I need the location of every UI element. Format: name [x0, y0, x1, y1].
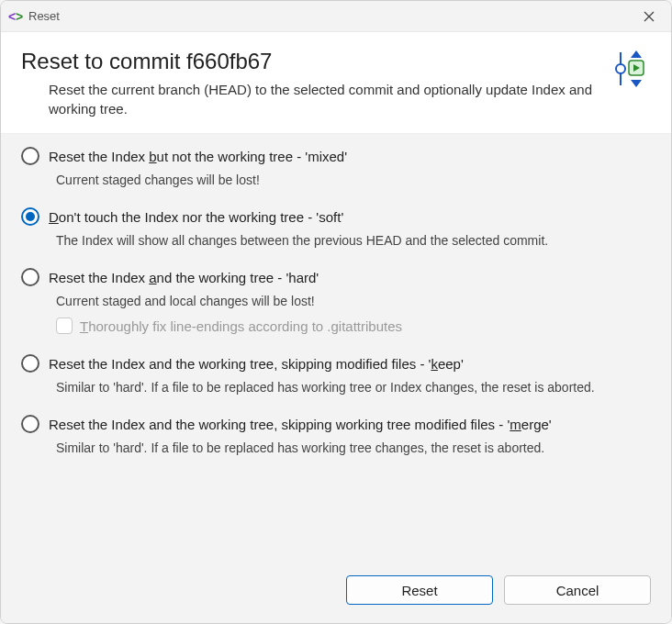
radio-keep[interactable] [21, 354, 39, 373]
option-soft: Don't touch the Index nor the working tr… [21, 207, 651, 248]
option-mixed: Reset the Index but not the working tree… [21, 147, 651, 187]
option-soft-label: Don't touch the Index nor the working tr… [49, 209, 343, 225]
checkbox-fix-line-endings [56, 318, 73, 334]
header-description: Reset the current branch (HEAD) to the s… [21, 80, 598, 118]
reset-icon [610, 49, 651, 89]
reset-button[interactable]: Reset [346, 575, 493, 605]
options-panel: Reset the Index but not the working tree… [1, 134, 671, 570]
dialog-footer: Reset Cancel [1, 570, 671, 623]
radio-hard[interactable] [21, 268, 39, 286]
svg-point-5 [616, 64, 625, 73]
option-merge-desc: Similar to 'hard'. If a file to be repla… [56, 440, 651, 455]
svg-text:>: > [16, 9, 23, 24]
svg-marker-7 [631, 80, 642, 87]
option-merge: Reset the Index and the working tree, sk… [21, 415, 651, 455]
option-hard-desc: Current staged and local changes will be… [56, 294, 651, 308]
radio-merge[interactable] [21, 415, 39, 433]
option-mixed-desc: Current staged changes will be lost! [56, 173, 651, 187]
dialog-window: < > Reset Reset to commit f660fb67 Reset… [0, 0, 672, 624]
titlebar: < > Reset [1, 1, 671, 32]
radio-mixed[interactable] [21, 147, 39, 165]
svg-text:<: < [8, 9, 16, 24]
hard-subcheck-label: Thoroughly fix line-endings according to… [80, 318, 402, 334]
close-button[interactable] [636, 4, 662, 29]
option-merge-row[interactable]: Reset the Index and the working tree, sk… [21, 415, 651, 433]
dialog-header: Reset to commit f660fb67 Reset the curre… [1, 32, 671, 134]
cancel-button[interactable]: Cancel [504, 575, 651, 605]
app-icon: < > [8, 9, 23, 24]
option-soft-desc: The Index will show all changes between … [56, 233, 651, 248]
svg-marker-6 [631, 50, 642, 58]
option-hard-label: Reset the Index and the working tree - '… [49, 270, 319, 285]
option-mixed-row[interactable]: Reset the Index but not the working tree… [21, 147, 651, 165]
option-keep-label: Reset the Index and the working tree, sk… [49, 356, 464, 372]
close-icon [644, 11, 655, 22]
option-merge-label: Reset the Index and the working tree, sk… [49, 417, 552, 432]
header-title: Reset to commit f660fb67 [21, 49, 598, 74]
option-keep-desc: Similar to 'hard'. If a file to be repla… [56, 380, 651, 395]
option-hard-row[interactable]: Reset the Index and the working tree - '… [21, 268, 651, 286]
radio-soft[interactable] [21, 207, 39, 226]
titlebar-left: < > Reset [8, 9, 60, 24]
option-keep-row[interactable]: Reset the Index and the working tree, sk… [21, 354, 651, 373]
titlebar-title: Reset [28, 9, 60, 23]
option-keep: Reset the Index and the working tree, sk… [21, 354, 651, 395]
hard-subcheck: Thoroughly fix line-endings according to… [56, 318, 651, 334]
option-soft-row[interactable]: Don't touch the Index nor the working tr… [21, 207, 651, 226]
option-mixed-label: Reset the Index but not the working tree… [49, 149, 347, 164]
option-hard: Reset the Index and the working tree - '… [21, 268, 651, 334]
header-text: Reset to commit f660fb67 Reset the curre… [21, 49, 598, 118]
